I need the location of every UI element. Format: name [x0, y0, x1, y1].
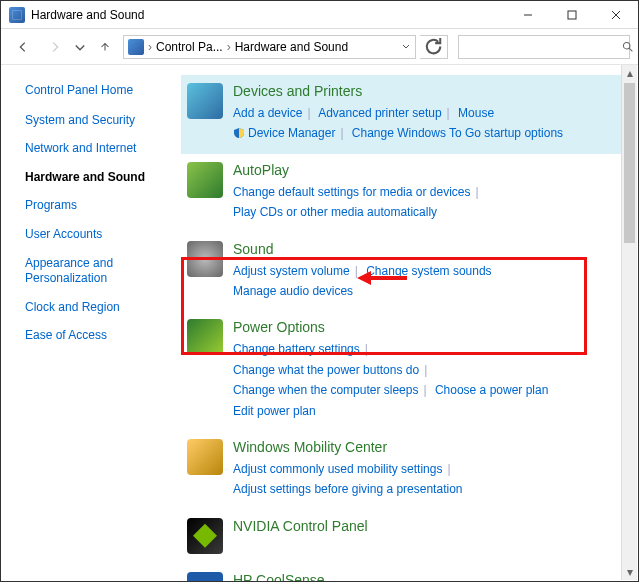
devices-printers-icon: [187, 83, 223, 119]
close-button[interactable]: [594, 1, 638, 29]
sidebar-item-user-accounts[interactable]: User Accounts: [25, 227, 169, 243]
link-adjust-mobility[interactable]: Adjust commonly used mobility settings: [233, 462, 442, 476]
nvidia-icon: [187, 518, 223, 554]
link-presentation-settings[interactable]: Adjust settings before giving a presenta…: [233, 482, 462, 496]
content-pane: Devices and Printers Add a device| Advan…: [181, 65, 638, 581]
nav-bar: › Control Pa... › Hardware and Sound: [1, 29, 638, 65]
section-devices-printers: Devices and Printers Add a device| Advan…: [181, 75, 630, 154]
up-button[interactable]: [91, 33, 119, 61]
control-panel-icon: [9, 7, 25, 23]
recent-locations-button[interactable]: [73, 33, 87, 61]
sidebar-item-network-internet[interactable]: Network and Internet: [25, 141, 169, 157]
mobility-center-icon: [187, 439, 223, 475]
link-windows-to-go[interactable]: Change Windows To Go startup options: [352, 126, 563, 140]
sidebar: Control Panel Home System and Security N…: [1, 65, 181, 581]
power-options-icon: [187, 319, 223, 355]
sidebar-item-home[interactable]: Control Panel Home: [25, 83, 169, 99]
section-title-devices[interactable]: Devices and Printers: [233, 83, 620, 99]
section-nvidia: NVIDIA Control Panel: [181, 510, 630, 564]
section-title-nvidia[interactable]: NVIDIA Control Panel: [233, 518, 620, 534]
chevron-right-icon[interactable]: ›: [227, 40, 231, 54]
section-power-options: Power Options Change battery settings| C…: [181, 311, 630, 431]
link-advanced-printer-setup[interactable]: Advanced printer setup: [318, 106, 441, 120]
search-input[interactable]: [459, 40, 621, 54]
links-mobility: Adjust commonly used mobility settings| …: [233, 459, 620, 500]
chevron-right-icon[interactable]: ›: [148, 40, 152, 54]
minimize-button[interactable]: [506, 1, 550, 29]
control-panel-icon: [128, 39, 144, 55]
link-mouse[interactable]: Mouse: [458, 106, 494, 120]
section-mobility-center: Windows Mobility Center Adjust commonly …: [181, 431, 630, 510]
link-add-device[interactable]: Add a device: [233, 106, 302, 120]
link-manage-audio-devices[interactable]: Manage audio devices: [233, 284, 353, 298]
forward-button[interactable]: [41, 33, 69, 61]
sidebar-item-system-security[interactable]: System and Security: [25, 113, 169, 129]
titlebar: Hardware and Sound: [1, 1, 638, 29]
sidebar-item-hardware-sound[interactable]: Hardware and Sound: [25, 170, 169, 186]
link-play-cds[interactable]: Play CDs or other media automatically: [233, 205, 437, 219]
section-title-power[interactable]: Power Options: [233, 319, 620, 335]
coolsense-icon: [187, 572, 223, 581]
refresh-button[interactable]: [420, 35, 448, 59]
search-icon[interactable]: [621, 40, 634, 53]
breadcrumb-root[interactable]: Control Pa...: [156, 40, 223, 54]
back-button[interactable]: [9, 33, 37, 61]
section-title-sound[interactable]: Sound: [233, 241, 620, 257]
shield-icon: [233, 127, 245, 139]
link-device-manager[interactable]: Device Manager: [248, 126, 335, 140]
window-title: Hardware and Sound: [31, 8, 144, 22]
link-change-battery-settings[interactable]: Change battery settings: [233, 342, 360, 356]
section-coolsense: HP CoolSense: [181, 564, 630, 581]
scrollbar-thumb[interactable]: [624, 83, 635, 243]
section-autoplay: AutoPlay Change default settings for med…: [181, 154, 630, 233]
section-sound: Sound Adjust system volume| Change syste…: [181, 233, 630, 312]
section-title-mobility[interactable]: Windows Mobility Center: [233, 439, 620, 455]
section-title-coolsense[interactable]: HP CoolSense: [233, 572, 620, 581]
address-bar[interactable]: › Control Pa... › Hardware and Sound: [123, 35, 416, 59]
link-adjust-volume[interactable]: Adjust system volume: [233, 264, 350, 278]
autoplay-icon: [187, 162, 223, 198]
svg-line-5: [629, 48, 632, 51]
svg-rect-1: [568, 11, 576, 19]
search-box[interactable]: [458, 35, 630, 59]
links-power: Change battery settings| Change what the…: [233, 339, 620, 421]
link-power-buttons[interactable]: Change what the power buttons do: [233, 363, 419, 377]
vertical-scrollbar[interactable]: ▴ ▾: [621, 65, 637, 580]
sidebar-item-ease-of-access[interactable]: Ease of Access: [25, 328, 169, 344]
sidebar-item-programs[interactable]: Programs: [25, 198, 169, 214]
links-devices: Add a device| Advanced printer setup| Mo…: [233, 103, 620, 144]
link-change-default-media[interactable]: Change default settings for media or dev…: [233, 185, 470, 199]
links-autoplay: Change default settings for media or dev…: [233, 182, 620, 223]
svg-point-4: [623, 42, 630, 49]
sidebar-item-clock-region[interactable]: Clock and Region: [25, 300, 169, 316]
link-computer-sleeps[interactable]: Change when the computer sleeps: [233, 383, 418, 397]
scroll-down-button[interactable]: ▾: [622, 564, 637, 580]
sidebar-item-appearance[interactable]: Appearance and Personalization: [25, 256, 169, 287]
scroll-up-button[interactable]: ▴: [622, 65, 637, 81]
breadcrumb-current[interactable]: Hardware and Sound: [235, 40, 348, 54]
link-change-system-sounds[interactable]: Change system sounds: [366, 264, 491, 278]
maximize-button[interactable]: [550, 1, 594, 29]
section-title-autoplay[interactable]: AutoPlay: [233, 162, 620, 178]
link-edit-power-plan[interactable]: Edit power plan: [233, 404, 316, 418]
sound-icon: [187, 241, 223, 277]
link-choose-power-plan[interactable]: Choose a power plan: [435, 383, 548, 397]
links-sound: Adjust system volume| Change system soun…: [233, 261, 620, 302]
address-dropdown-icon[interactable]: [401, 40, 411, 54]
